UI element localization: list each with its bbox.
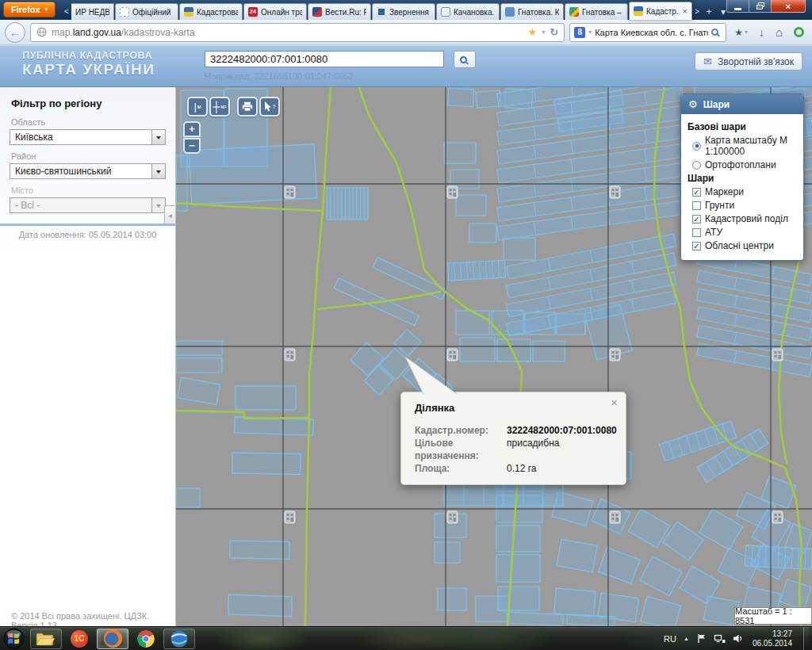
parcel[interactable]: [232, 453, 301, 474]
identify-button[interactable]: ?: [259, 97, 280, 117]
cadastral-number-input[interactable]: [205, 51, 444, 67]
volume-icon[interactable]: [733, 633, 744, 644]
taskbar-chrome-button[interactable]: [130, 629, 162, 649]
tab-5[interactable]: Вести.Ru: Р...: [308, 3, 371, 20]
parcel[interactable]: [228, 595, 293, 617]
parcel[interactable]: [456, 195, 486, 216]
tab-scroll-left-button[interactable]: <: [62, 4, 71, 20]
action-center-flag-icon[interactable]: [696, 633, 707, 644]
taskbar-google-earth-button[interactable]: [163, 629, 195, 649]
network-icon[interactable]: [714, 633, 726, 644]
base-layer-option[interactable]: Ортофотоплани: [688, 159, 797, 170]
layer-option[interactable]: АТУ: [688, 227, 797, 238]
parcel[interactable]: [236, 386, 296, 410]
measure-area-button[interactable]: ┼м²: [209, 97, 230, 117]
url-bar[interactable]: map.land.gov.ua/kadastrova-karta ★ ▾ ↻: [30, 23, 565, 42]
addon-button[interactable]: [791, 23, 807, 42]
layer-option[interactable]: ✓Маркери: [688, 186, 797, 197]
parcel[interactable]: [460, 338, 495, 361]
language-indicator[interactable]: RU: [664, 634, 676, 644]
taskbar-firefox-button[interactable]: [97, 629, 128, 649]
checkbox[interactable]: [692, 201, 701, 210]
clock[interactable]: 13:27 06.05.2014: [753, 629, 792, 648]
tab-9[interactable]: Гнатовка – ...: [565, 3, 628, 20]
close-button[interactable]: ×: [771, 0, 806, 13]
home-button[interactable]: ⌂: [772, 23, 786, 42]
parcel[interactable]: [469, 224, 496, 243]
checkbox[interactable]: ✓: [692, 215, 701, 224]
tab-8[interactable]: Гнатовка. К...: [500, 3, 564, 20]
tab-6[interactable]: Звернення ...: [372, 3, 435, 20]
bookmark-star-icon[interactable]: ★: [528, 26, 538, 38]
popup-close-icon[interactable]: ×: [611, 396, 618, 409]
parcel[interactable]: [567, 614, 615, 626]
zoom-in-button[interactable]: +: [183, 121, 201, 137]
tab-4[interactable]: 24Онлайн тра...: [243, 3, 307, 20]
tab-1[interactable]: ИР НЕДВ...: [71, 3, 114, 20]
parcel[interactable]: [497, 339, 530, 361]
radio-button[interactable]: [692, 161, 701, 170]
layers-panel-header[interactable]: ⚙ Шари: [681, 94, 803, 114]
parcel[interactable]: [176, 358, 222, 373]
search-icon[interactable]: [711, 29, 718, 36]
parcel-subdivided[interactable]: [447, 260, 505, 281]
parcel[interactable]: [456, 311, 489, 335]
back-button[interactable]: ←: [5, 22, 25, 43]
tab-7[interactable]: Качановка. ...: [436, 3, 500, 20]
downloads-button[interactable]: ↓: [756, 23, 768, 42]
parcel[interactable]: [230, 541, 289, 559]
search-engine-dropdown-icon[interactable]: ▾: [588, 29, 592, 36]
checkbox[interactable]: [692, 228, 701, 237]
parcel[interactable]: [435, 542, 460, 563]
measure-length-button[interactable]: |м: [187, 97, 208, 117]
parcel[interactable]: [504, 238, 535, 260]
parcel[interactable]: [447, 88, 473, 107]
url-text[interactable]: map.land.gov.ua/kadastrova-karta: [52, 27, 523, 38]
parcel[interactable]: [444, 143, 476, 163]
parcel[interactable]: [557, 539, 597, 572]
select-район[interactable]: Києво-святошинський: [10, 163, 166, 179]
tray-expand-icon[interactable]: ▲: [684, 636, 689, 641]
parcel[interactable]: [496, 526, 540, 552]
search-engine-icon[interactable]: 8: [574, 27, 585, 38]
parcel[interactable]: [476, 90, 500, 108]
taskbar-explorer-button[interactable]: [30, 629, 62, 649]
parcel[interactable]: [533, 341, 565, 361]
new-tab-button[interactable]: +: [703, 5, 715, 19]
print-button[interactable]: [237, 97, 258, 117]
base-layer-option[interactable]: Карта масштабу М 1:100000: [688, 135, 797, 157]
select-dropdown-button[interactable]: [151, 130, 165, 144]
urlbar-dropdown-icon[interactable]: ▾: [542, 29, 545, 36]
parcel[interactable]: [176, 488, 200, 507]
minimize-button[interactable]: [726, 0, 749, 13]
parcel[interactable]: [438, 588, 466, 610]
reload-icon[interactable]: ↻: [550, 26, 558, 38]
tab-10[interactable]: Кадастр...×: [629, 2, 692, 20]
parcel[interactable]: [450, 170, 479, 189]
search-box[interactable]: 8 ▾ Карта Киевская обл. с. Гнатовка: [569, 23, 726, 42]
select-dropdown-button[interactable]: [151, 164, 165, 178]
layer-option[interactable]: ✓Обласні центри: [688, 240, 797, 251]
zoom-out-button[interactable]: −: [183, 138, 201, 154]
search-query[interactable]: Карта Киевская обл. с. Гнатовка: [595, 28, 708, 37]
parcel[interactable]: [189, 144, 316, 205]
tab-2[interactable]: Офіційний ...: [115, 3, 178, 20]
parcel[interactable]: [554, 588, 596, 617]
checkbox[interactable]: ✓: [692, 242, 701, 250]
parcel[interactable]: [508, 612, 564, 626]
feedback-button[interactable]: ✉ Зворотній зв'язок: [695, 52, 802, 71]
parcel[interactable]: [498, 587, 539, 610]
start-button[interactable]: [3, 628, 25, 649]
tab-3[interactable]: Кадастрова...: [179, 3, 243, 20]
layer-option[interactable]: Грунти: [688, 200, 797, 211]
restore-button[interactable]: [749, 0, 771, 13]
radio-button[interactable]: [692, 142, 701, 151]
select-область[interactable]: Київська: [10, 129, 166, 145]
parcel[interactable]: [496, 555, 540, 582]
tab-scroll-right-button[interactable]: >: [692, 4, 702, 20]
parcel[interactable]: [176, 341, 222, 355]
bookmarks-menu-button[interactable]: ★▾: [731, 23, 751, 42]
taskbar-1c-button[interactable]: 1С: [63, 629, 95, 649]
parcel[interactable]: [235, 417, 314, 435]
cadastral-search-button[interactable]: [454, 51, 476, 68]
